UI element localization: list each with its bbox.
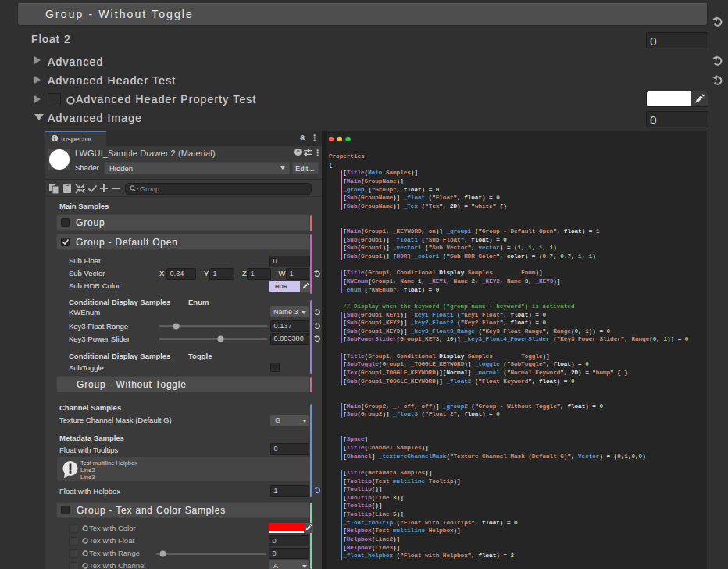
svg-text:?: ? [296,149,299,155]
